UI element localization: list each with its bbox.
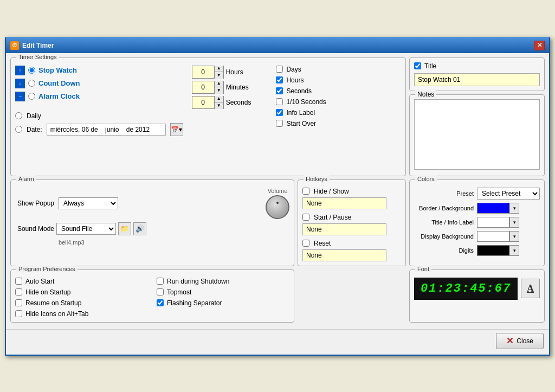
seconds-checkbox[interactable] — [276, 87, 283, 94]
minutes-dn-btn[interactable]: ▼ — [215, 87, 223, 94]
title-info-color-combo: ▾ — [477, 217, 519, 228]
hotkeys-group: Hotkeys Hide / Show Start / Pause Reset — [298, 179, 406, 266]
title-info-label: Title / Info Label — [414, 219, 474, 226]
reset-checkbox[interactable] — [302, 240, 309, 247]
hide-show-hotkey-input[interactable] — [302, 197, 386, 209]
start-over-checkbox[interactable] — [276, 120, 283, 127]
border-bg-dropdown[interactable]: ▾ — [509, 203, 519, 214]
digits-swatch[interactable] — [477, 245, 509, 256]
tenth-seconds-check-row: 1/10 Seconds — [276, 98, 326, 106]
start-pause-hotkey-input[interactable] — [302, 223, 386, 235]
preset-select[interactable]: Select Preset — [477, 188, 540, 200]
alarm-clock-arrow-btn[interactable]: → — [15, 92, 25, 101]
count-down-radio[interactable] — [28, 80, 35, 87]
resume-startup-label: Resume on Startup — [25, 299, 81, 307]
seconds-up-btn[interactable]: ▲ — [215, 96, 223, 102]
notes-textarea[interactable] — [414, 99, 540, 170]
sound-mode-select[interactable]: Sound File Beep None — [56, 223, 116, 235]
volume-label: Volume — [268, 188, 288, 194]
hours-spinner-btns: ▲ ▼ — [214, 66, 223, 79]
days-checkbox[interactable] — [276, 66, 283, 73]
daily-radio[interactable] — [15, 112, 22, 119]
title-info-dropdown[interactable]: ▾ — [509, 217, 519, 228]
topmost-label: Topmost — [167, 288, 191, 296]
timer-settings-label: Timer Settings — [16, 54, 59, 60]
display-bg-dropdown[interactable]: ▾ — [509, 231, 519, 242]
display-bg-swatch[interactable] — [477, 231, 509, 242]
filename-label: bell4.mp3 — [59, 239, 85, 246]
date-input[interactable] — [47, 124, 166, 136]
hours-dn-btn[interactable]: ▼ — [215, 72, 223, 79]
title-group: Title — [409, 57, 545, 91]
hours-spinner: ▲ ▼ — [192, 66, 224, 79]
stop-watch-row: ↑ Stop Watch — [15, 66, 183, 75]
border-bg-color-combo: ▾ — [477, 203, 519, 214]
start-pause-checkbox[interactable] — [302, 214, 309, 221]
info-label-checkbox[interactable] — [276, 109, 283, 116]
title-info-color-row: Title / Info Label ▾ — [414, 217, 540, 228]
minutes-input[interactable] — [192, 82, 214, 92]
flashing-separator-label: Flashing Separator — [167, 299, 222, 307]
hours-checkbox[interactable] — [276, 76, 283, 83]
show-popup-select[interactable]: Always Never When Hidden — [59, 197, 118, 209]
hide-show-input-wrap — [302, 197, 401, 209]
info-label-check-label: Info Label — [286, 109, 315, 117]
seconds-spinner-row: ▲ ▼ Seconds — [192, 96, 251, 109]
topmost-checkbox[interactable] — [157, 288, 164, 295]
run-shutdown-checkbox[interactable] — [157, 278, 164, 285]
timer-settings-group: Timer Settings ↑ Stop Watch ↓ Count Down — [10, 57, 406, 176]
start-over-check-row: Start Over — [276, 120, 326, 127]
title-bar-close-button[interactable]: ✕ — [534, 41, 545, 50]
start-over-check-label: Start Over — [286, 120, 316, 127]
calendar-icon-btn[interactable]: 📅▾ — [170, 123, 183, 136]
font-row: 01:23:45:67 A — [414, 278, 540, 300]
days-check-row: Days — [276, 66, 326, 73]
hide-startup-checkbox[interactable] — [15, 288, 22, 295]
volume-knob[interactable] — [266, 195, 289, 219]
seconds-input[interactable] — [192, 98, 214, 107]
hide-show-label: Hide / Show — [314, 188, 349, 195]
info-label-check-row: Info Label — [276, 109, 326, 117]
title-bar-left: ⏱ Edit Timer — [10, 41, 54, 50]
close-button[interactable]: ✕ Close — [496, 333, 544, 349]
date-radio[interactable] — [15, 126, 22, 133]
hide-show-checkbox[interactable] — [302, 188, 309, 195]
show-popup-label: Show Popup — [15, 200, 54, 207]
flashing-separator-checkbox[interactable] — [157, 299, 164, 306]
hours-check-row: Hours — [276, 76, 326, 84]
font-select-btn[interactable]: A — [521, 279, 540, 298]
hours-input[interactable] — [192, 67, 214, 77]
reset-hotkey-row: Reset — [302, 240, 401, 247]
notes-group: Notes — [409, 94, 545, 176]
seconds-dn-btn[interactable]: ▼ — [215, 102, 223, 109]
colors-label: Colors — [415, 176, 437, 182]
hide-icons-label: Hide Icons on Alt+Tab — [25, 310, 88, 318]
volume-area: Volume — [266, 188, 289, 219]
hide-icons-checkbox[interactable] — [15, 310, 22, 317]
minutes-up-btn[interactable]: ▲ — [215, 81, 223, 87]
preset-row: Preset Select Preset — [414, 188, 540, 200]
folder-icon-btn[interactable]: 📁 — [118, 222, 131, 235]
hours-up-btn[interactable]: ▲ — [215, 66, 223, 72]
border-bg-swatch[interactable] — [477, 203, 509, 214]
auto-start-checkbox[interactable] — [15, 278, 22, 285]
digits-dropdown[interactable]: ▾ — [509, 245, 519, 256]
title-info-swatch[interactable] — [477, 217, 509, 228]
seconds-check-label: Seconds — [286, 87, 312, 95]
alarm-clock-radio[interactable] — [28, 93, 35, 100]
stop-watch-arrow-btn[interactable]: ↑ — [15, 66, 25, 75]
notes-label: Notes — [415, 91, 436, 98]
stop-watch-radio[interactable] — [28, 67, 35, 74]
resume-startup-checkbox[interactable] — [15, 299, 22, 306]
speaker-icon-btn[interactable]: 🔊 — [133, 222, 146, 235]
stop-watch-label: Stop Watch — [38, 66, 77, 74]
title-checkbox[interactable] — [414, 62, 421, 69]
close-button-label: Close — [517, 337, 533, 345]
preset-label: Preset — [414, 190, 474, 197]
title-input[interactable] — [414, 73, 540, 86]
count-down-arrow-btn[interactable]: ↓ — [15, 79, 25, 88]
title-bar: ⏱ Edit Timer ✕ — [6, 38, 549, 53]
tenth-seconds-checkbox[interactable] — [276, 98, 283, 105]
dialog-title: Edit Timer — [22, 42, 54, 49]
reset-hotkey-input[interactable] — [302, 249, 386, 261]
